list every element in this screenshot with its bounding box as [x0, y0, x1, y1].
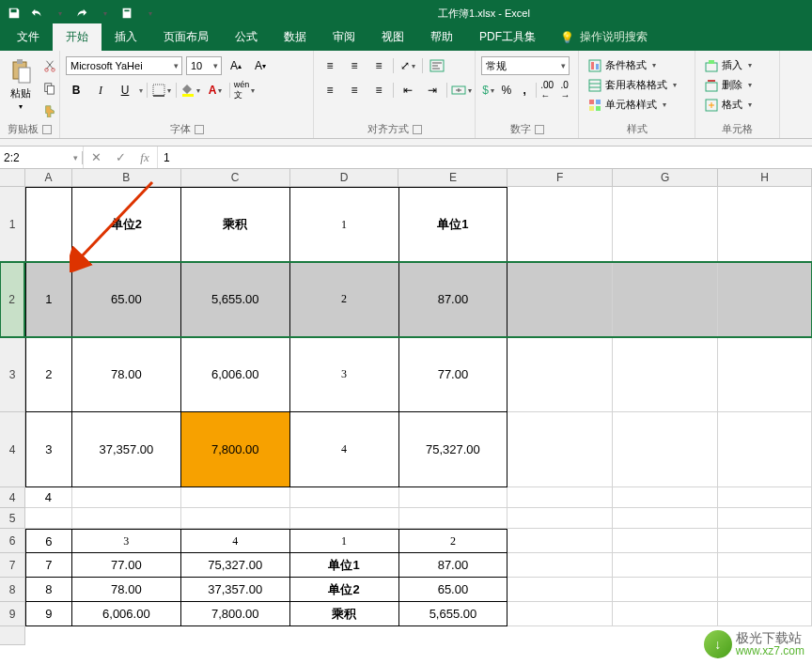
align-bottom-button[interactable]: ≡ — [368, 56, 389, 75]
cell-H2[interactable] — [718, 262, 812, 337]
tab-formulas[interactable]: 公式 — [222, 23, 271, 51]
tab-file[interactable]: 文件 — [4, 23, 53, 51]
undo-button[interactable] — [26, 3, 47, 23]
cell-A1[interactable] — [25, 187, 72, 262]
cell-D4[interactable]: 4 — [290, 412, 399, 487]
row-header-7[interactable]: 7 — [0, 553, 25, 578]
cell-D8[interactable]: 单位2 — [290, 578, 399, 602]
cell-G3[interactable] — [613, 337, 718, 412]
cell-D3[interactable]: 3 — [290, 337, 399, 412]
copy-button[interactable] — [39, 79, 60, 98]
row-header-9[interactable]: 9 — [0, 602, 25, 626]
table-format-button[interactable]: 套用表格格式 — [585, 76, 680, 94]
border-button[interactable] — [151, 81, 172, 100]
cell-E9[interactable]: 5,655.00 — [399, 602, 508, 626]
cell-F9[interactable] — [508, 602, 613, 626]
row-header-1[interactable]: 1 — [0, 187, 25, 262]
phonetic-button[interactable]: wén文 — [234, 81, 255, 100]
number-launcher[interactable] — [535, 125, 544, 134]
row-header-8[interactable]: 8 — [0, 578, 25, 602]
merge-button[interactable] — [451, 81, 472, 100]
cell-G8[interactable] — [613, 578, 718, 602]
paste-button[interactable]: 粘贴 ▾ — [6, 56, 36, 113]
decrease-indent-button[interactable]: ⇤ — [398, 81, 418, 100]
alignment-launcher[interactable] — [413, 125, 422, 134]
tab-view[interactable]: 视图 — [368, 23, 417, 51]
cancel-formula-button[interactable]: ✕ — [84, 150, 108, 164]
cell-B3[interactable]: 78.00 — [72, 337, 181, 412]
align-left-button[interactable]: ≡ — [320, 81, 340, 100]
cell-C5[interactable] — [181, 508, 290, 529]
row-header-4[interactable]: 4 — [0, 412, 25, 487]
cell-A4[interactable]: 4 — [25, 487, 72, 508]
cell-C4[interactable] — [181, 487, 290, 508]
cell-G5[interactable] — [613, 508, 718, 529]
select-all-corner[interactable] — [0, 169, 25, 186]
cell-A7[interactable]: 7 — [25, 553, 72, 578]
cell-H5[interactable] — [718, 508, 812, 529]
align-right-button[interactable]: ≡ — [368, 81, 389, 100]
tell-me-search[interactable]: 💡 操作说明搜索 — [549, 23, 659, 51]
cell-H3[interactable] — [718, 337, 812, 412]
cell-G2[interactable] — [613, 262, 718, 337]
align-top-button[interactable]: ≡ — [320, 56, 340, 75]
row-header-4[interactable]: 4 — [0, 487, 25, 508]
cell-E8[interactable]: 65.00 — [399, 578, 508, 602]
cell-A8[interactable]: 8 — [25, 578, 72, 602]
col-header-G[interactable]: G — [613, 169, 718, 186]
increase-decimal-button[interactable]: .00← — [539, 81, 554, 100]
cell-H9[interactable] — [718, 602, 812, 626]
cell-C6[interactable]: 4 — [181, 529, 290, 553]
col-header-E[interactable]: E — [398, 169, 508, 186]
cell-E2[interactable]: 87.00 — [399, 262, 508, 337]
enter-formula-button[interactable]: ✓ — [108, 150, 133, 164]
cell-D4[interactable] — [290, 487, 399, 508]
cell-A4[interactable]: 3 — [25, 412, 72, 487]
tab-layout[interactable]: 页面布局 — [150, 23, 222, 51]
undo-dropdown[interactable] — [49, 3, 70, 23]
row-header-10[interactable] — [0, 626, 25, 645]
italic-button[interactable]: I — [90, 81, 111, 100]
cell-D9[interactable]: 乘积 — [290, 602, 399, 626]
cell-F4[interactable] — [508, 412, 613, 487]
cell-D7[interactable]: 单位1 — [290, 553, 399, 578]
fx-button[interactable]: fx — [133, 150, 157, 165]
cell-C4[interactable]: 7,800.00 — [181, 412, 290, 487]
cell-E4[interactable] — [399, 487, 508, 508]
delete-cells-button[interactable]: 删除 — [701, 76, 756, 94]
cell-F6[interactable] — [508, 529, 613, 553]
format-cells-button[interactable]: 格式 — [701, 96, 756, 114]
insert-cells-button[interactable]: 插入 — [701, 56, 756, 74]
cell-D6[interactable]: 1 — [290, 529, 399, 553]
cut-button[interactable] — [39, 56, 60, 75]
increase-indent-button[interactable]: ⇥ — [422, 81, 443, 100]
comma-button[interactable]: , — [518, 81, 532, 100]
cell-B5[interactable] — [72, 508, 181, 529]
cell-H7[interactable] — [718, 553, 812, 578]
tab-insert[interactable]: 插入 — [102, 23, 150, 51]
font-color-button[interactable]: A — [205, 81, 226, 100]
cell-E6[interactable]: 2 — [399, 529, 508, 553]
font-launcher[interactable] — [195, 125, 204, 134]
qat-customize[interactable] — [139, 3, 160, 23]
redo-button[interactable] — [71, 3, 92, 23]
cell-C7[interactable]: 75,327.00 — [181, 553, 290, 578]
name-box[interactable]: 2:2 — [0, 151, 83, 164]
align-center-button[interactable]: ≡ — [344, 81, 365, 100]
row-header-5[interactable]: 5 — [0, 508, 25, 529]
cell-A6[interactable]: 6 — [25, 529, 72, 553]
cell-E1[interactable]: 单位1 — [399, 187, 508, 262]
tab-data[interactable]: 数据 — [271, 23, 320, 51]
cell-G4[interactable] — [613, 487, 718, 508]
cell-G1[interactable] — [613, 187, 718, 262]
cell-B6[interactable]: 3 — [72, 529, 181, 553]
cell-F4[interactable] — [508, 487, 613, 508]
cell-B2[interactable]: 65.00 — [72, 262, 181, 337]
cell-C2[interactable]: 5,655.00 — [181, 262, 290, 337]
print-preview-button[interactable] — [117, 3, 137, 23]
tab-help[interactable]: 帮助 — [417, 23, 466, 51]
col-header-A[interactable]: A — [25, 169, 72, 186]
tab-pdf[interactable]: PDF工具集 — [466, 23, 549, 51]
cell-A9[interactable]: 9 — [25, 602, 72, 626]
cell-F8[interactable] — [508, 578, 613, 602]
